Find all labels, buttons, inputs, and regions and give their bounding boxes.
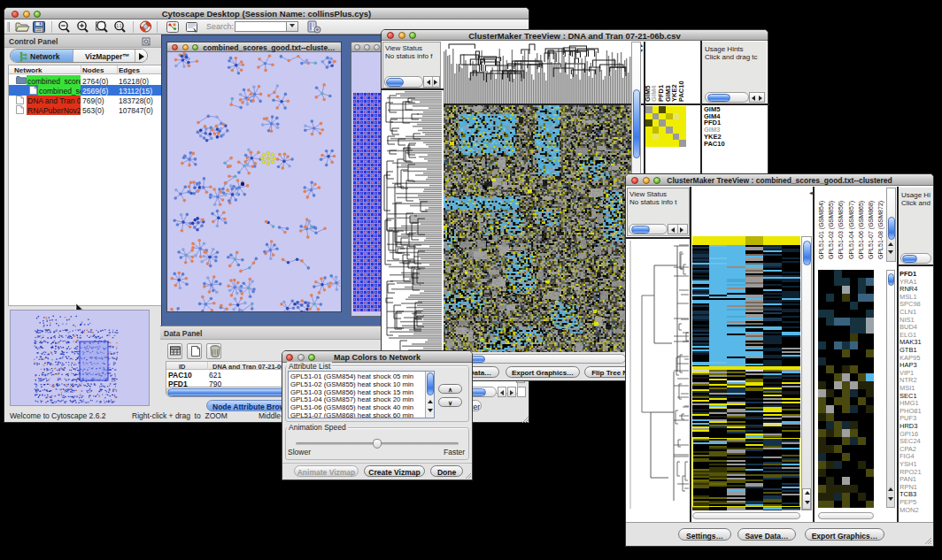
svg-text:GPL51-02 (GSM855): GPL51-02 (GSM855) — [828, 201, 835, 259]
svg-text:PAC10: PAC10 — [677, 81, 685, 102]
svg-text:GPL51-06 (GSM865): GPL51-06 (GSM865) — [858, 201, 865, 259]
svg-text:GPL51-07 (GSM868): GPL51-07 (GSM868) — [868, 201, 875, 259]
svg-text:GPL51-04 (GSM857): GPL51-04 (GSM857) — [848, 201, 855, 259]
svg-text:GPL51-03 (GSM856): GPL51-03 (GSM856) — [838, 201, 845, 259]
svg-text:GPL51-08 (GSM872): GPL51-08 (GSM872) — [877, 201, 884, 259]
svg-text:GPL51-01 (GSM854): GPL51-01 (GSM854) — [818, 201, 825, 259]
svg-text:1:1: 1:1 — [116, 24, 122, 28]
